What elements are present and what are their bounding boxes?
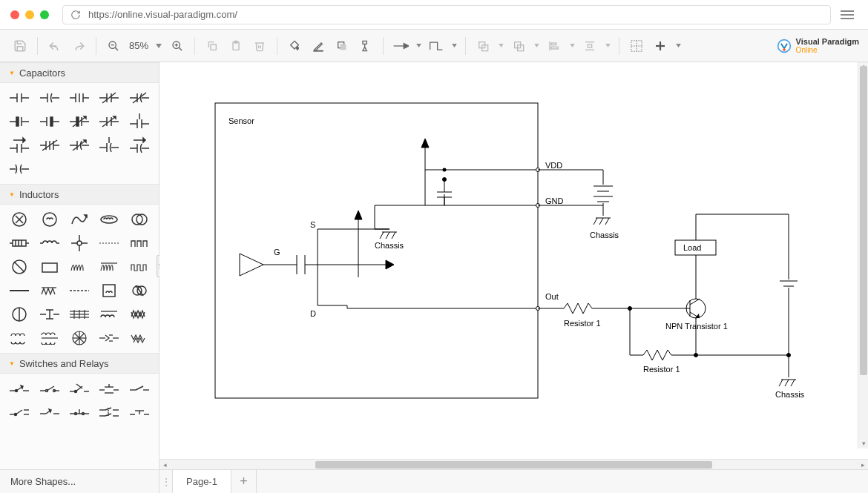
switch-shape[interactable] <box>66 378 93 399</box>
inductor-shape[interactable] <box>96 280 122 301</box>
waypoint-dropdown[interactable] <box>449 35 459 57</box>
vertical-scrollbar[interactable]: ▴ ▾ <box>858 62 868 449</box>
zoom-out-button[interactable] <box>102 35 125 57</box>
capacitor-shape[interactable] <box>36 111 62 132</box>
inductor-shape[interactable] <box>126 304 153 325</box>
category-header[interactable]: ▼Capacitors <box>0 62 159 83</box>
connector-dropdown[interactable] <box>413 35 424 57</box>
minimize-window-icon[interactable] <box>25 10 34 19</box>
inductor-shape[interactable] <box>36 304 62 325</box>
switch-shape[interactable] <box>96 402 122 423</box>
capacitor-shape[interactable] <box>126 111 153 132</box>
inductor-shape[interactable] <box>36 233 62 254</box>
palette-scroll[interactable]: ▼Capacitors <box>0 62 159 469</box>
inductor-shape[interactable] <box>6 233 33 254</box>
add-shape-button[interactable] <box>649 35 671 57</box>
close-window-icon[interactable] <box>10 10 19 19</box>
scroll-thumb[interactable] <box>315 461 712 469</box>
capacitor-shape[interactable] <box>96 87 122 108</box>
inductor-shape[interactable] <box>36 280 62 301</box>
redo-button[interactable] <box>68 35 90 57</box>
capacitor-shape[interactable] <box>126 87 153 108</box>
inductor-shape[interactable] <box>96 257 122 277</box>
url-bar[interactable]: https://online.visual-paradigm.com/ <box>62 5 831 24</box>
switch-shape[interactable] <box>126 378 153 399</box>
inductor-shape[interactable] <box>6 209 33 230</box>
capacitor-shape[interactable] <box>66 87 93 108</box>
grid-button[interactable] <box>625 35 648 57</box>
switch-shape[interactable] <box>126 402 153 423</box>
inductor-shape[interactable] <box>66 304 93 325</box>
canvas-viewport[interactable]: Sensor G S <box>160 62 868 459</box>
inductor-shape[interactable] <box>126 280 153 301</box>
category-header[interactable]: ▼Switches and Relays <box>0 353 159 374</box>
capacitor-shape[interactable] <box>96 111 122 132</box>
shadow-button[interactable] <box>331 35 353 57</box>
inductor-shape[interactable] <box>126 233 153 254</box>
connector-type-button[interactable] <box>389 35 412 57</box>
inductor-shape[interactable] <box>6 257 33 277</box>
capacitor-shape[interactable] <box>66 135 93 156</box>
inductor-shape[interactable] <box>96 304 122 325</box>
page-tab-1[interactable]: Page-1 <box>173 470 231 493</box>
to-back-button[interactable] <box>507 35 530 57</box>
waypoint-button[interactable] <box>425 35 447 57</box>
inductor-shape[interactable] <box>96 328 122 348</box>
inductor-shape[interactable] <box>66 328 93 348</box>
distribute-dropdown[interactable] <box>602 35 613 57</box>
inductor-shape[interactable] <box>96 233 122 254</box>
switch-shape[interactable] <box>36 378 62 399</box>
scroll-thumb[interactable] <box>860 66 867 375</box>
capacitor-shape[interactable] <box>6 159 33 179</box>
capacitor-shape[interactable] <box>6 111 33 132</box>
to-front-dropdown[interactable] <box>496 35 506 57</box>
to-back-dropdown[interactable] <box>531 35 542 57</box>
capacitor-shape[interactable] <box>36 135 62 156</box>
capacitor-shape[interactable] <box>6 135 33 156</box>
output-stage[interactable] <box>538 214 798 386</box>
format-painter-button[interactable] <box>355 35 377 57</box>
sensor-block[interactable] <box>215 103 538 398</box>
circuit-diagram[interactable]: Sensor G S <box>160 62 857 459</box>
align-button[interactable] <box>543 35 565 57</box>
add-dropdown[interactable] <box>673 35 683 57</box>
inductor-shape[interactable] <box>66 233 93 254</box>
capacitor-shape[interactable] <box>6 87 33 108</box>
capacitor-shape[interactable] <box>36 87 62 108</box>
switch-shape[interactable] <box>6 402 33 423</box>
inductor-shape[interactable] <box>126 328 153 348</box>
scroll-left-arrow-icon[interactable]: ◂ <box>160 460 170 470</box>
zoom-in-button[interactable] <box>166 35 188 57</box>
capacitor-shape[interactable] <box>126 135 153 156</box>
inductor-shape[interactable] <box>66 209 93 230</box>
inductor-shape[interactable] <box>6 280 33 301</box>
inductor-shape[interactable] <box>36 209 62 230</box>
inductor-shape[interactable] <box>126 257 153 277</box>
inductor-shape[interactable] <box>36 328 62 348</box>
save-button[interactable] <box>9 35 31 57</box>
inductor-shape[interactable] <box>6 328 33 348</box>
fill-color-button[interactable] <box>283 35 306 57</box>
scroll-down-arrow-icon[interactable]: ▾ <box>858 438 868 449</box>
tab-drag-handle[interactable]: ⋮ <box>160 470 173 493</box>
add-page-button[interactable]: + <box>231 470 257 493</box>
inductor-shape[interactable] <box>66 257 93 277</box>
zoom-dropdown[interactable] <box>153 35 165 57</box>
distribute-button[interactable] <box>579 35 601 57</box>
more-shapes-button[interactable]: More Shapes... <box>0 470 160 493</box>
product-logo[interactable]: Visual Paradigm Online <box>777 37 859 54</box>
paste-button[interactable] <box>225 35 247 57</box>
capacitor-shape[interactable] <box>96 135 122 156</box>
inductor-shape[interactable] <box>66 280 93 301</box>
delete-button[interactable] <box>249 35 271 57</box>
horizontal-scrollbar[interactable]: ◂ ▸ <box>160 459 868 469</box>
undo-button[interactable] <box>44 35 66 57</box>
category-header[interactable]: ▼Inductors <box>0 184 159 205</box>
scroll-right-arrow-icon[interactable]: ▸ <box>858 460 868 470</box>
switch-shape[interactable] <box>36 402 62 423</box>
capacitor-shape[interactable] <box>66 111 93 132</box>
inductor-shape[interactable] <box>6 304 33 325</box>
to-front-button[interactable] <box>472 35 494 57</box>
maximize-window-icon[interactable] <box>40 10 49 19</box>
browser-menu-button[interactable] <box>837 4 858 25</box>
